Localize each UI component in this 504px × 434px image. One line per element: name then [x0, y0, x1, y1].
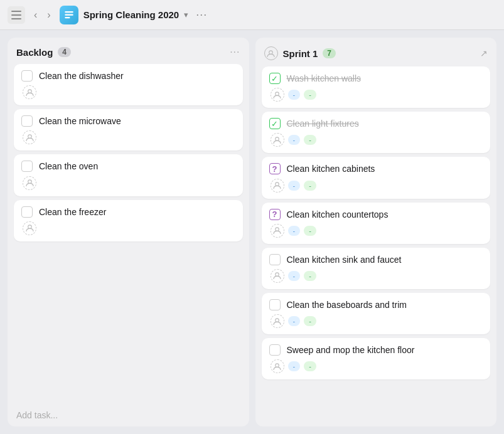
backlog-count: 4 — [58, 47, 71, 57]
tag-minus-2[interactable]: - — [304, 181, 316, 191]
table-row: Clean kitchen sink and faucet - - — [262, 248, 491, 289]
task-checkbox[interactable] — [21, 70, 33, 82]
task-checkbox[interactable]: ✓ — [269, 118, 281, 129]
table-row: Sweep and mop the kitchen floor - - — [262, 338, 491, 379]
task-checkbox[interactable] — [21, 161, 33, 172]
task-label: Clean the oven — [39, 161, 98, 172]
tag-minus-2[interactable]: - — [304, 226, 316, 236]
table-row: Clean the microwave — [14, 109, 243, 151]
assignee-icon — [271, 179, 284, 193]
add-task-button[interactable]: Add task... — [8, 406, 249, 426]
topbar: ‹ › Spring Cleaning 2020 ▾ ··· — [0, 0, 504, 30]
svg-rect-0 — [11, 11, 21, 12]
sprint-items: ✓ Wash kitchen walls - - — [255, 66, 497, 426]
svg-rect-4 — [65, 14, 73, 15]
task-top: Clean the baseboards and trim — [269, 299, 483, 310]
table-row: ? Clean kitchen cabinets - - — [262, 157, 491, 198]
task-checkbox[interactable] — [21, 115, 33, 127]
external-link-icon[interactable]: ↗ — [480, 48, 488, 58]
tag-minus-1[interactable]: - — [288, 271, 301, 281]
sprint-count: 7 — [323, 48, 336, 58]
task-top: ✓ Wash kitchen walls — [269, 73, 483, 84]
task-top: Clean kitchen sink and faucet — [269, 254, 483, 265]
task-checkbox[interactable] — [269, 344, 281, 356]
task-top: ? Clean kitchen countertops — [269, 209, 483, 220]
table-row: Clean the dishwasher — [14, 64, 243, 105]
tag-minus-1[interactable]: - — [288, 361, 301, 371]
task-checkbox[interactable] — [269, 299, 281, 310]
task-label: Clean kitchen cabinets — [287, 163, 375, 174]
tag-minus-2[interactable]: - — [304, 135, 316, 145]
app-icon — [60, 6, 78, 24]
backlog-items: Clean the dishwasher Clean the microwave — [8, 64, 249, 406]
task-bottom — [21, 130, 235, 144]
task-checkbox[interactable]: ✓ — [269, 73, 281, 84]
task-top: ✓ Clean light fixtures — [269, 118, 483, 129]
task-label: Clean the dishwasher — [39, 70, 124, 82]
task-label: Wash kitchen walls — [287, 73, 362, 84]
svg-point-8 — [28, 180, 31, 184]
tag-minus-2[interactable]: - — [304, 271, 316, 281]
main-content: Backlog 4 ··· Clean the dishwasher — [0, 30, 504, 434]
task-bottom: - - — [269, 314, 483, 328]
tag-minus-1[interactable]: - — [288, 316, 301, 326]
svg-point-7 — [28, 135, 31, 139]
task-bottom: - - — [269, 269, 483, 283]
assignee-icon — [271, 224, 284, 238]
backlog-header: Backlog 4 ··· — [8, 38, 249, 64]
svg-point-17 — [276, 364, 279, 368]
task-top: Sweep and mop the kitchen floor — [269, 344, 483, 356]
table-row: ? Clean kitchen countertops - - — [262, 203, 491, 244]
svg-rect-1 — [11, 14, 21, 16]
task-label: Sweep and mop the kitchen floor — [287, 344, 415, 356]
table-row: ✓ Clean light fixtures - - — [262, 112, 491, 153]
tag-minus-2[interactable]: - — [304, 361, 316, 371]
task-label: Clean the microwave — [39, 115, 121, 127]
table-row: Clean the freezer — [14, 200, 243, 241]
task-label: Clean kitchen countertops — [287, 209, 389, 220]
backlog-column: Backlog 4 ··· Clean the dishwasher — [8, 38, 249, 426]
task-checkbox[interactable]: ? — [269, 209, 281, 220]
task-checkbox[interactable] — [269, 254, 281, 265]
tag-minus-2[interactable]: - — [304, 90, 316, 100]
back-button[interactable]: ‹ — [30, 8, 41, 22]
task-top: Clean the freezer — [21, 206, 235, 218]
svg-point-12 — [276, 137, 279, 141]
svg-point-14 — [276, 228, 279, 231]
task-checkbox[interactable]: ? — [269, 163, 281, 174]
sprint-header: Sprint 1 7 ↗ — [255, 38, 497, 66]
assignee-icon — [23, 130, 36, 144]
assignee-icon — [271, 88, 284, 102]
tag-minus-1[interactable]: - — [288, 181, 301, 191]
svg-rect-5 — [65, 17, 70, 18]
tag-minus-2[interactable]: - — [304, 316, 316, 326]
sidebar-toggle-icon[interactable] — [8, 6, 25, 24]
backlog-more-icon[interactable]: ··· — [230, 46, 240, 58]
task-label: Clean light fixtures — [287, 118, 359, 129]
tag-minus-1[interactable]: - — [288, 226, 301, 236]
nav-buttons: ‹ › — [30, 8, 55, 22]
assignee-icon — [271, 133, 284, 147]
svg-point-9 — [28, 225, 31, 229]
more-options-icon[interactable]: ··· — [196, 8, 207, 21]
svg-point-15 — [276, 273, 279, 277]
assignee-icon — [23, 221, 36, 235]
svg-rect-3 — [65, 11, 73, 13]
task-bottom: - - — [269, 133, 483, 147]
svg-point-16 — [276, 318, 279, 322]
tag-minus-1[interactable]: - — [288, 135, 301, 145]
task-checkbox[interactable] — [21, 206, 33, 218]
task-top: Clean the microwave — [21, 115, 235, 127]
chevron-down-icon[interactable]: ▾ — [184, 10, 188, 19]
task-top: ? Clean kitchen cabinets — [269, 163, 483, 174]
assignee-icon — [271, 269, 284, 283]
tag-minus-1[interactable]: - — [288, 90, 301, 100]
page-title: Spring Cleaning 2020 — [83, 9, 180, 20]
forward-button[interactable]: › — [43, 8, 54, 22]
task-label: Clean kitchen sink and faucet — [287, 254, 402, 265]
task-bottom: - - — [269, 88, 483, 102]
assignee-icon — [23, 176, 36, 190]
svg-point-13 — [276, 183, 279, 186]
task-bottom: - - — [269, 359, 483, 373]
sprint-column: Sprint 1 7 ↗ ✓ Wash kitchen walls — [255, 38, 497, 426]
